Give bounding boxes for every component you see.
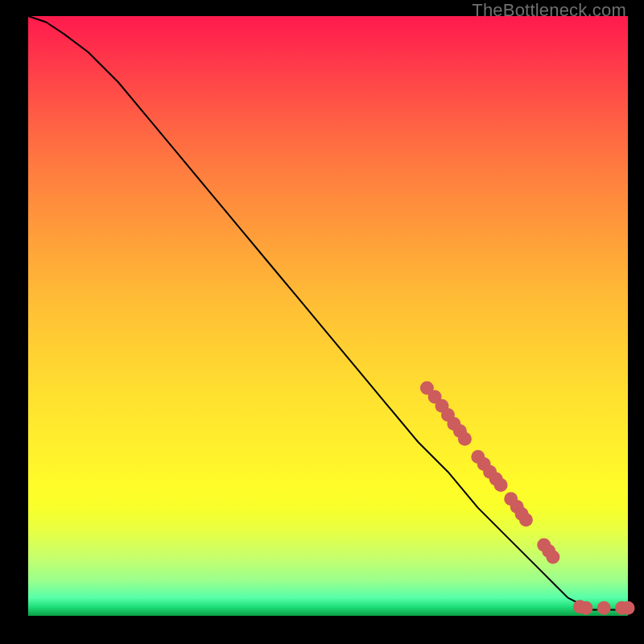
chart-plot-area	[28, 16, 628, 616]
overlay-dots-group	[420, 381, 635, 614]
overlay-dot	[494, 478, 508, 492]
overlay-dot	[519, 513, 533, 526]
overlay-dot	[458, 432, 472, 446]
overlay-dot	[597, 601, 611, 615]
curve-line	[28, 16, 628, 610]
overlay-dot	[621, 601, 635, 615]
chart-svg	[28, 16, 628, 616]
overlay-dot	[546, 551, 559, 564]
overlay-dot	[579, 601, 592, 615]
